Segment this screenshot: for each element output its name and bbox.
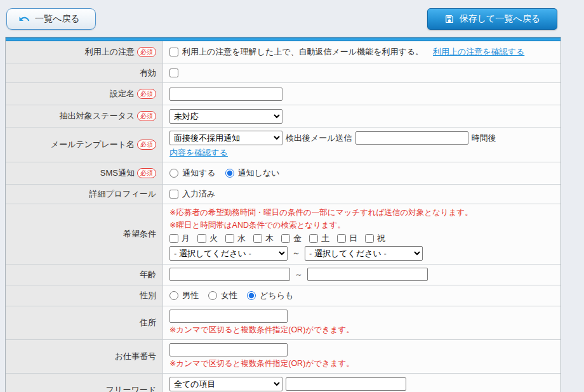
day-mon-checkbox[interactable] xyxy=(169,234,178,243)
row-setting-name: 設定名 必須 xyxy=(6,83,561,105)
address-input[interactable] xyxy=(169,310,288,323)
day-holiday-checkbox[interactable] xyxy=(365,234,374,243)
usage-notice-checkbox-option[interactable]: 利用上の注意を理解した上で、自動返信メール機能を利用する。 xyxy=(169,46,423,58)
gender-female-option[interactable]: 女性 xyxy=(208,290,237,301)
address-label: 住所 xyxy=(140,317,156,329)
profile-filled-label: 入力済み xyxy=(182,188,215,200)
sms-label: SMS通知 xyxy=(100,167,135,179)
gender-male-label: 男性 xyxy=(182,290,199,301)
enabled-checkbox[interactable] xyxy=(169,69,178,77)
gender-label: 性別 xyxy=(140,290,156,301)
row-job-number: お仕事番号 ※カンマで区切ると複数条件指定(OR)ができます。 xyxy=(6,340,561,374)
toolbar: 一覧へ戻る 保存して一覧へ戻る xyxy=(0,0,584,37)
day-wed-option[interactable]: 水 xyxy=(225,233,246,244)
day-tue-checkbox[interactable] xyxy=(197,234,206,243)
age-label: 年齢 xyxy=(140,269,156,280)
gender-both-option[interactable]: どちらも xyxy=(247,290,293,301)
required-badge: 必須 xyxy=(137,168,156,178)
mail-template-select[interactable]: 面接後不採用通知 xyxy=(169,131,282,145)
row-target-status: 抽出対象ステータス 必須 未対応 xyxy=(6,105,561,127)
settings-form-panel: 利用上の注意 必須 利用上の注意を理解した上で、自動返信メール機能を利用する。 … xyxy=(5,37,561,392)
conditions-note-2: ※曜日と時間帯はAND条件での検索となります。 xyxy=(169,220,554,231)
day-thu-option[interactable]: 木 xyxy=(253,233,274,244)
back-button-label: 一覧へ戻る xyxy=(35,13,80,25)
required-badge: 必須 xyxy=(137,140,156,150)
age-range-tilde: ～ xyxy=(293,269,304,280)
required-badge: 必須 xyxy=(137,47,156,57)
setting-name-input[interactable] xyxy=(169,88,282,101)
conditions-note-1: ※応募者の希望勤務時間・曜日の条件の一部にマッチすれば送信の対象となります。 xyxy=(169,207,554,218)
day-wed-label: 水 xyxy=(237,233,246,244)
detail-profile-label: 詳細プロフィール xyxy=(89,188,156,200)
target-status-select[interactable]: 未対応 xyxy=(169,109,282,124)
row-usage-notice: 利用上の注意 必須 利用上の注意を理解した上で、自動返信メール機能を利用する。 … xyxy=(6,41,561,63)
usage-notice-checkbox[interactable] xyxy=(169,48,178,56)
row-detail-profile: 詳細プロフィール 入力済み xyxy=(6,185,561,204)
gender-male-radio[interactable] xyxy=(169,291,178,300)
day-fri-checkbox[interactable] xyxy=(281,234,290,243)
day-sat-checkbox[interactable] xyxy=(309,234,318,243)
job-number-label: お仕事番号 xyxy=(115,351,156,362)
age-from-input[interactable] xyxy=(169,268,290,281)
usage-notice-label: 利用上の注意 xyxy=(85,46,135,58)
sms-notify-on-radio[interactable] xyxy=(169,169,178,178)
day-mon-option[interactable]: 月 xyxy=(169,233,190,244)
day-sat-option[interactable]: 土 xyxy=(309,233,329,244)
confirm-content-link[interactable]: 内容を確認する xyxy=(169,147,228,159)
save-disk-icon xyxy=(444,14,455,24)
job-number-note: ※カンマで区切ると複数条件指定(OR)ができます。 xyxy=(169,358,554,369)
gender-both-label: どちらも xyxy=(260,290,293,301)
enabled-label: 有効 xyxy=(140,67,156,79)
free-word-label: フリーワード xyxy=(106,384,156,392)
setting-name-label: 設定名 xyxy=(110,88,135,100)
save-button-label: 保存して一覧へ戻る xyxy=(460,13,540,25)
day-fri-option[interactable]: 金 xyxy=(281,233,302,244)
required-badge: 必須 xyxy=(137,111,156,121)
row-mail-template: メールテンプレート名 必須 面接後不採用通知 検出後メール送信 時間後 内容を確… xyxy=(6,127,561,162)
day-sun-checkbox[interactable] xyxy=(337,234,346,243)
free-word-field-select[interactable]: 全ての項目 xyxy=(169,377,282,391)
day-tue-option[interactable]: 火 xyxy=(197,233,218,244)
gender-male-option[interactable]: 男性 xyxy=(169,290,199,301)
age-to-input[interactable] xyxy=(307,268,428,281)
address-note: ※カンマで区切ると複数条件指定(OR)ができます。 xyxy=(169,325,554,336)
sms-notify-off-option[interactable]: 通知しない xyxy=(225,167,280,179)
gender-female-radio[interactable] xyxy=(208,291,217,300)
time-to-select[interactable]: - 選択してください - xyxy=(305,246,423,261)
save-and-back-button[interactable]: 保存して一覧へ戻る xyxy=(427,8,557,30)
day-holiday-label: 祝 xyxy=(377,233,385,244)
day-thu-checkbox[interactable] xyxy=(253,234,262,243)
row-free-word: フリーワード 全ての項目 ※カンマで区切ると複数条件指定(OR)ができます。 xyxy=(6,374,561,392)
gender-both-radio[interactable] xyxy=(247,291,256,300)
usage-notice-link[interactable]: 利用上の注意を確認する xyxy=(433,46,524,58)
day-thu-label: 木 xyxy=(265,233,274,244)
sms-notify-on-label: 通知する xyxy=(182,167,216,179)
time-from-select[interactable]: - 選択してください - xyxy=(169,246,288,261)
hours-after-input[interactable] xyxy=(355,131,468,145)
profile-filled-checkbox[interactable] xyxy=(169,190,178,199)
required-badge: 必須 xyxy=(137,89,156,99)
day-holiday-option[interactable]: 祝 xyxy=(365,233,385,244)
job-number-input[interactable] xyxy=(169,343,288,356)
desired-conditions-label: 希望条件 xyxy=(123,228,156,240)
sms-notify-off-radio[interactable] xyxy=(225,169,234,178)
send-after-detection-text: 検出後メール送信 xyxy=(286,133,352,144)
day-sun-option[interactable]: 日 xyxy=(337,233,357,244)
usage-notice-checkbox-text: 利用上の注意を理解した上で、自動返信メール機能を利用する。 xyxy=(182,46,423,58)
mail-template-label: メールテンプレート名 xyxy=(51,139,135,150)
undo-arrow-icon xyxy=(18,13,30,25)
day-sat-label: 土 xyxy=(321,233,329,244)
day-fri-label: 金 xyxy=(293,233,302,244)
gender-female-label: 女性 xyxy=(221,290,237,301)
row-address: 住所 ※カンマで区切ると複数条件指定(OR)ができます。 xyxy=(6,306,561,340)
day-wed-checkbox[interactable] xyxy=(225,234,234,243)
free-word-input[interactable] xyxy=(286,377,406,391)
row-desired-conditions: 希望条件 ※応募者の希望勤務時間・曜日の条件の一部にマッチすれば送信の対象となり… xyxy=(6,204,561,265)
sms-notify-on-option[interactable]: 通知する xyxy=(169,167,216,179)
day-mon-label: 月 xyxy=(182,233,190,244)
sms-notify-off-label: 通知しない xyxy=(238,167,280,179)
profile-filled-option[interactable]: 入力済み xyxy=(169,188,215,200)
hours-suffix-text: 時間後 xyxy=(472,133,496,144)
back-to-list-button[interactable]: 一覧へ戻る xyxy=(6,8,96,30)
row-gender: 性別 男性 女性 どちらも xyxy=(6,285,561,306)
